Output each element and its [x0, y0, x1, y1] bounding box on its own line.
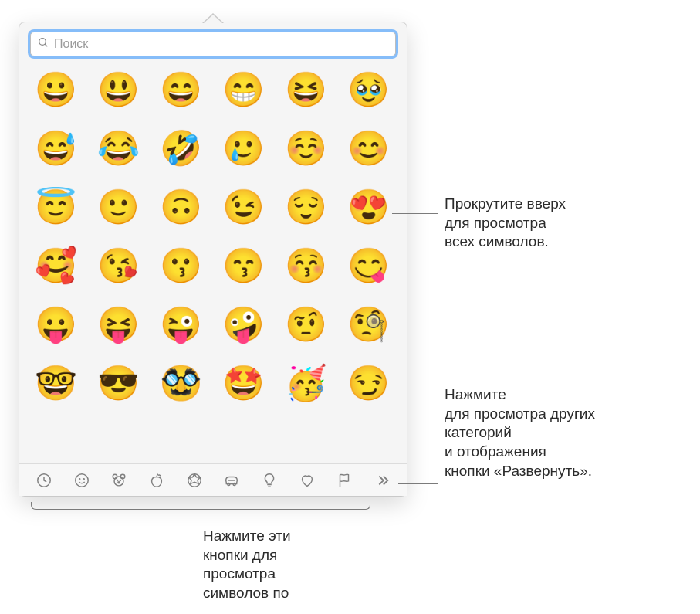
emoji-cell[interactable]: 😍 — [347, 186, 389, 228]
emoji-cell[interactable]: 😝 — [97, 304, 139, 345]
emoji-cell[interactable]: 🥰 — [35, 245, 76, 287]
svg-line-1 — [45, 44, 47, 46]
emoji-cell[interactable]: 😗 — [160, 245, 201, 287]
emoji-cell[interactable]: 😋 — [347, 245, 389, 287]
emoji-cell[interactable]: 😊 — [347, 127, 389, 169]
category-recent[interactable] — [29, 469, 59, 492]
emoji-cell[interactable]: 🤩 — [222, 362, 264, 404]
svg-point-5 — [83, 478, 84, 479]
svg-point-11 — [118, 481, 120, 483]
emoji-cell[interactable]: 😚 — [285, 245, 326, 287]
emoji-cell[interactable]: 😁 — [222, 69, 264, 110]
emoji-cell[interactable]: 🥸 — [160, 362, 201, 404]
category-more[interactable] — [367, 469, 397, 492]
emoji-cell[interactable]: 🤓 — [35, 362, 76, 404]
emoji-cell[interactable]: 😏 — [347, 362, 389, 404]
emoji-grid: 😀😃😄😁😆🥹😅😂🤣🥲☺️😊😇🙂🙃😉😌😍🥰😘😗😙😚😋😛😝😜🤪🤨🧐🤓😎🥸🤩🥳😏 — [19, 64, 407, 410]
search-row — [19, 22, 407, 64]
category-symbols[interactable] — [292, 469, 323, 492]
emoji-cell[interactable]: 🙃 — [160, 186, 201, 228]
callout-more: Нажмите для просмотра других категорий и… — [445, 385, 595, 480]
emoji-cell[interactable]: 😜 — [160, 304, 201, 345]
search-field[interactable] — [30, 32, 396, 56]
search-input[interactable] — [54, 37, 389, 51]
emoji-cell[interactable]: 🥹 — [347, 69, 389, 110]
emoji-cell[interactable]: 😄 — [160, 69, 201, 110]
category-animals[interactable] — [103, 469, 134, 492]
emoji-cell[interactable]: 😇 — [35, 186, 76, 228]
emoji-cell[interactable]: ☺️ — [285, 127, 326, 169]
emoji-cell[interactable]: 😌 — [285, 186, 326, 228]
emoji-cell[interactable]: 😛 — [35, 304, 76, 345]
emoji-cell[interactable]: 😙 — [222, 245, 264, 287]
emoji-cell[interactable]: 😅 — [35, 127, 76, 169]
emoji-cell[interactable]: 😘 — [97, 245, 139, 287]
emoji-cell[interactable]: 😃 — [97, 69, 139, 110]
svg-point-6 — [114, 476, 123, 485]
category-travel[interactable] — [216, 469, 247, 492]
svg-point-10 — [120, 480, 121, 480]
callout-categories: Нажмите эти кнопки для просмотра символо… — [203, 527, 291, 603]
callout-lead — [398, 483, 438, 484]
category-objects[interactable] — [254, 469, 285, 492]
emoji-cell[interactable]: 😆 — [285, 69, 326, 110]
emoji-cell[interactable]: 😂 — [97, 127, 139, 169]
svg-point-3 — [75, 473, 88, 487]
category-food[interactable] — [141, 469, 172, 492]
callout-scroll: Прокрутите вверх для просмотра всех симв… — [445, 195, 566, 252]
emoji-cell[interactable]: 🧐 — [347, 304, 389, 345]
emoji-cell[interactable]: 😀 — [35, 69, 76, 110]
emoji-cell[interactable]: 😉 — [222, 186, 264, 228]
emoji-cell[interactable]: 🥳 — [285, 362, 326, 404]
svg-point-9 — [117, 480, 118, 480]
callout-bracket — [31, 502, 370, 510]
emoji-cell[interactable]: 🤨 — [285, 304, 326, 345]
category-activity[interactable] — [179, 469, 210, 492]
search-icon — [37, 36, 54, 52]
callout-lead — [201, 510, 201, 527]
category-bar — [19, 463, 407, 496]
emoji-cell[interactable]: 🤣 — [160, 127, 201, 169]
emoji-popover: 😀😃😄😁😆🥹😅😂🤣🥲☺️😊😇🙂🙃😉😌😍🥰😘😗😙😚😋😛😝😜🤪🤨🧐🤓😎🥸🤩🥳😏 — [19, 22, 407, 497]
emoji-cell[interactable]: 😎 — [97, 362, 139, 404]
svg-point-0 — [39, 39, 46, 46]
emoji-cell[interactable]: 🤪 — [222, 304, 264, 345]
emoji-cell[interactable]: 🙂 — [97, 186, 139, 228]
category-smileys[interactable] — [66, 469, 97, 492]
category-flags[interactable] — [329, 469, 360, 492]
svg-point-12 — [188, 473, 201, 487]
emoji-cell[interactable]: 🥲 — [222, 127, 264, 169]
svg-point-4 — [79, 478, 79, 479]
callout-lead — [392, 213, 438, 214]
